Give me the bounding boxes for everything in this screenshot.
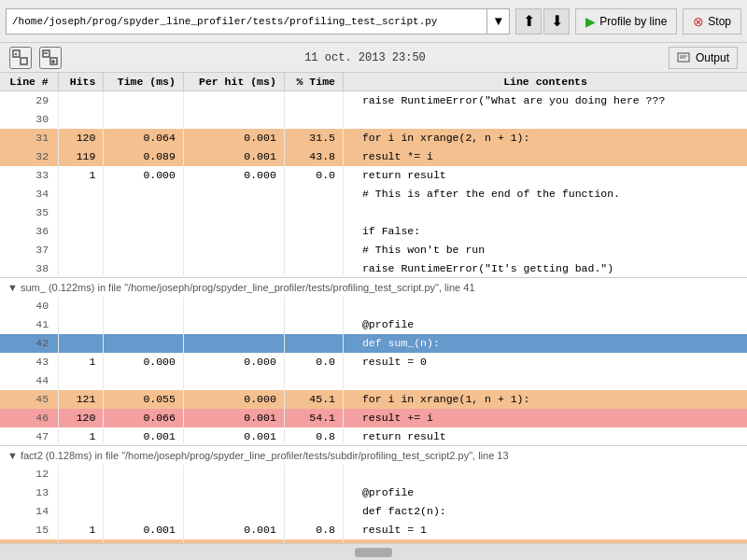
expand-icon: [42, 49, 59, 66]
file-dropdown-button[interactable]: ▼: [487, 8, 510, 35]
pct-value: [284, 502, 343, 521]
line-number: 47: [0, 427, 59, 446]
table-row: 38raise RuntimeError("It's getting bad."…: [0, 259, 747, 278]
time-value: 0.001: [104, 427, 184, 446]
time-value: [104, 259, 184, 278]
line-number: 40: [0, 297, 59, 315]
pct-value: [284, 110, 343, 129]
code-content: [343, 203, 747, 222]
table-row: 451210.0550.00045.1for i in xrange(1, n …: [0, 390, 747, 409]
scrollbar-thumb[interactable]: [355, 548, 392, 557]
per-hit-value: [183, 91, 284, 110]
hits-value: [59, 371, 104, 390]
svg-rect-1: [21, 58, 27, 64]
per-hit-value: [183, 203, 284, 222]
line-number: 37: [0, 241, 59, 259]
line-number: 34: [0, 185, 59, 203]
pct-value: 31.5: [284, 129, 343, 147]
pct-value: 0.8: [284, 427, 343, 446]
stop-button[interactable]: ⊗ Stop: [683, 8, 741, 35]
pct-value: [284, 315, 343, 334]
hits-value: 1: [59, 521, 104, 539]
hits-value: [59, 259, 104, 278]
output-button[interactable]: Output: [669, 47, 738, 69]
per-hit-value: [183, 110, 284, 129]
table-row: 13@profile: [0, 483, 747, 502]
line-number: 33: [0, 166, 59, 185]
time-value: [104, 297, 184, 315]
code-content: result = 0: [343, 353, 747, 371]
per-hit-value: 0.000: [183, 166, 284, 185]
hits-value: 119: [59, 147, 104, 166]
time-value: 0.064: [104, 129, 184, 147]
time-value: 0.066: [104, 409, 184, 427]
nav-up-button[interactable]: ⬆: [515, 8, 542, 35]
col-code: Line contents: [343, 73, 747, 91]
col-per-hit: Per hit (ms): [183, 73, 284, 91]
per-hit-value: 0.001: [183, 129, 284, 147]
collapse-all-button[interactable]: [9, 47, 32, 69]
table-row: 35: [0, 203, 747, 222]
code-content: if False:: [343, 222, 747, 241]
hits-value: [59, 222, 104, 241]
per-hit-value: [183, 315, 284, 334]
horizontal-scrollbar[interactable]: [0, 543, 747, 560]
timestamp: 11 oct. 2013 23:50: [304, 51, 426, 64]
stop-label: Stop: [708, 15, 731, 28]
file-path-input[interactable]: [6, 8, 487, 35]
time-value: [104, 185, 184, 203]
nav-buttons: ⬆ ⬇: [515, 8, 570, 35]
time-value: [104, 91, 184, 110]
profile-label: Profile by line: [599, 15, 667, 28]
code-content: raise RuntimeError("What are you doing h…: [343, 91, 747, 110]
per-hit-value: [183, 465, 284, 483]
nav-down-button[interactable]: ⬇: [543, 8, 570, 35]
arrow-down-icon: ⬇: [551, 12, 563, 30]
per-hit-value: [183, 259, 284, 278]
per-hit-value: 0.001: [183, 521, 284, 539]
table-row: 29raise RuntimeError("What are you doing…: [0, 91, 747, 110]
per-hit-value: [183, 371, 284, 390]
hits-value: 120: [59, 129, 104, 147]
status-icons: [9, 47, 62, 69]
table-row: 1510.0010.0010.8result = 1: [0, 521, 747, 539]
line-number: 45: [0, 390, 59, 409]
table-row: 311200.0640.00131.5for i in xrange(2, n …: [0, 129, 747, 147]
hits-value: 120: [59, 409, 104, 427]
per-hit-value: 0.001: [183, 409, 284, 427]
code-content: for i in xrange(2, n + 1):: [343, 129, 747, 147]
pct-value: [284, 297, 343, 315]
line-number: 36: [0, 222, 59, 241]
time-value: [104, 371, 184, 390]
line-number: 42: [0, 334, 59, 353]
table-row: 42def sum_(n):: [0, 334, 747, 353]
line-number: 13: [0, 483, 59, 502]
table-row: 4310.0000.0000.0result = 0: [0, 353, 747, 371]
per-hit-value: [183, 502, 284, 521]
file-path-container: ▼: [6, 8, 510, 35]
code-content: @profile: [343, 315, 747, 334]
table-row: 14def fact2(n):: [0, 502, 747, 521]
hits-value: [59, 315, 104, 334]
code-content: result *= i: [343, 147, 747, 166]
expand-all-button[interactable]: [39, 47, 62, 69]
time-value: [104, 222, 184, 241]
time-value: 0.000: [104, 166, 184, 185]
time-value: [104, 483, 184, 502]
pct-value: [284, 222, 343, 241]
col-pct: % Time: [284, 73, 343, 91]
pct-value: [284, 185, 343, 203]
code-content: # This is after the end of the function.: [343, 185, 747, 203]
table-container[interactable]: Line # Hits Time (ms) Per hit (ms) % Tim…: [0, 73, 747, 543]
time-value: [104, 241, 184, 259]
time-value: [104, 203, 184, 222]
profile-by-line-button[interactable]: ▶ Profile by line: [575, 8, 677, 35]
profiler-table: Line # Hits Time (ms) Per hit (ms) % Tim…: [0, 73, 747, 543]
line-number: 14: [0, 502, 59, 521]
table-row: 3310.0000.0000.0return result: [0, 166, 747, 185]
code-content: [343, 110, 747, 129]
per-hit-value: [183, 222, 284, 241]
play-icon: ▶: [585, 14, 596, 29]
pct-value: 0.8: [284, 521, 343, 539]
table-row: 41@profile: [0, 315, 747, 334]
